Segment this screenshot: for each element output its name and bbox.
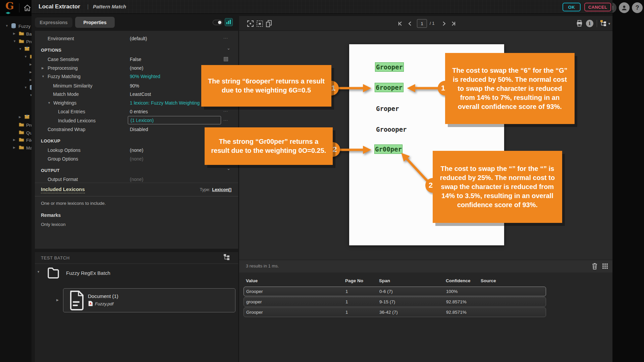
result-confidence: 92.8571% xyxy=(446,297,467,306)
tree-item[interactable]: Ba xyxy=(26,32,32,37)
tree-expander[interactable]: ▶ xyxy=(13,32,15,35)
marquee-zoom-icon[interactable] xyxy=(256,20,263,27)
result-span: 0-6 (7) xyxy=(379,287,393,296)
expander-expanded-icon[interactable]: ▼ xyxy=(48,101,51,105)
prop-label-minimum-similarity[interactable]: Minimum Similarity xyxy=(53,83,92,89)
tree-expander[interactable]: ▼ xyxy=(24,55,27,58)
toggle-switch[interactable] xyxy=(213,20,222,25)
result-row[interactable]: Grooper 1 0-6 (7) 100% xyxy=(244,287,546,296)
result-value: Grooper xyxy=(246,287,263,296)
prop-label-match-mode[interactable]: Match Mode xyxy=(53,91,79,97)
next-page-icon[interactable] xyxy=(441,21,446,26)
document-expander[interactable]: ▶ xyxy=(56,298,59,302)
fit-to-window-icon[interactable] xyxy=(247,20,254,27)
prop-label-included-lexicons[interactable]: Included Lexicons xyxy=(58,118,96,124)
prop-value-local-entries[interactable]: 0 entries xyxy=(130,109,148,115)
column-header-source[interactable]: Source xyxy=(481,278,496,283)
prop-value-case-sensitive[interactable]: False xyxy=(130,56,141,62)
prop-label-case-sensitive[interactable]: Case Sensitive xyxy=(48,56,79,62)
dialog-title-separator: | xyxy=(87,0,89,13)
help-type-link[interactable]: Lexicon[] xyxy=(212,187,231,192)
expander-collapsed-icon[interactable]: ▶ xyxy=(42,66,44,70)
included-lexicons-value-box[interactable]: (1 Lexicon) xyxy=(128,116,221,124)
toggle-knob xyxy=(218,21,221,24)
first-page-icon[interactable] xyxy=(398,21,404,26)
folder-icon xyxy=(19,145,24,149)
prop-value-constrained-wrap[interactable]: Disabled xyxy=(130,126,148,132)
batch-expander[interactable]: ▼ xyxy=(37,270,40,274)
result-row[interactable]: Grooper 1 36-42 (7) 92.8571% xyxy=(244,307,546,317)
right-background-strip xyxy=(612,0,644,362)
last-page-icon[interactable] xyxy=(450,21,456,26)
prop-label-lookup-options[interactable]: Lookup Options xyxy=(48,147,80,153)
prop-value-lookup-options[interactable]: (none) xyxy=(130,147,143,153)
prop-label-constrained-wrap[interactable]: Constrained Wrap xyxy=(48,126,86,132)
prop-label-weightings[interactable]: Weightings xyxy=(53,100,76,106)
document-title: Document (1) xyxy=(88,293,118,299)
prop-label-output-format[interactable]: Output Format xyxy=(48,176,78,182)
hierarchy-view-icon[interactable] xyxy=(223,254,230,260)
ellipsis-button[interactable]: ... xyxy=(223,108,228,113)
print-icon[interactable] xyxy=(576,19,583,27)
prop-label-preprocessing[interactable]: Preprocessing xyxy=(48,65,78,71)
info-icon[interactable]: i xyxy=(586,20,593,27)
tree-expander[interactable]: ▶ xyxy=(19,115,21,119)
ellipsis-button[interactable]: ... xyxy=(223,35,228,40)
clear-results-icon[interactable] xyxy=(591,262,598,270)
dropdown-arrow-icon[interactable]: ▼ xyxy=(608,22,611,25)
tree-expander[interactable]: ▶ xyxy=(13,146,15,149)
help-remarks-text: Only lexicon xyxy=(41,222,66,227)
ok-button[interactable]: OK xyxy=(562,3,581,11)
expander-expanded-icon[interactable]: ▼ xyxy=(42,74,45,78)
tree-expander[interactable]: ▼ xyxy=(13,40,16,43)
grooper-logo-diamond-icon: ◆ xyxy=(6,11,11,14)
batch-folder-label[interactable]: Fuzzy RegEx Batch xyxy=(66,270,110,276)
prop-value-minimum-similarity[interactable]: 90% xyxy=(130,83,139,89)
column-header-page[interactable]: Page No xyxy=(345,278,363,283)
column-header-span[interactable]: Span xyxy=(379,278,390,283)
checkbox-icon[interactable] xyxy=(224,57,228,61)
results-summary: 3 results in 1 ms. xyxy=(246,260,279,273)
previous-page-icon[interactable] xyxy=(408,21,413,26)
home-icon[interactable] xyxy=(23,4,31,12)
callout-note: The strong “Gr00per” returns a result du… xyxy=(205,127,333,165)
tree-expander[interactable]: ▼ xyxy=(24,86,27,89)
folder-icon xyxy=(19,39,24,43)
chart-view-icon[interactable] xyxy=(225,18,233,26)
chevron-down-icon[interactable]: ⌄ xyxy=(227,167,230,171)
prop-label-local-entries[interactable]: Local Entries xyxy=(58,109,85,115)
layout-options-icon[interactable] xyxy=(600,19,607,27)
tree-expander[interactable]: ▼ xyxy=(19,47,22,51)
prop-label-fuzzy-matching[interactable]: Fuzzy Matching xyxy=(48,73,80,79)
grooper-logo[interactable]: G xyxy=(5,1,14,11)
left-background-strip xyxy=(0,16,32,362)
tree-expander[interactable]: ▶ xyxy=(13,138,15,141)
prop-value-output-format[interactable]: (none) xyxy=(130,176,143,182)
prop-value-fuzzy-matching[interactable]: 90% Weighted xyxy=(130,73,160,79)
tree-item-root[interactable]: Fuzzy xyxy=(18,24,31,29)
user-avatar-icon[interactable] xyxy=(619,2,630,13)
page-number-input[interactable] xyxy=(417,19,427,28)
tab-properties[interactable]: Properties xyxy=(75,17,115,28)
chevron-down-icon[interactable]: ⌄ xyxy=(227,46,230,50)
page-total-label: / 1 xyxy=(430,19,434,28)
grid-view-icon[interactable] xyxy=(602,263,608,269)
prop-label-environment[interactable]: Environment xyxy=(48,36,74,42)
prop-value-environment[interactable]: (default) xyxy=(130,36,147,42)
column-header-value[interactable]: Value xyxy=(246,278,258,283)
column-header-confidence[interactable]: Confidence xyxy=(446,278,471,283)
help-icon[interactable]: ? xyxy=(632,2,643,13)
cancel-button[interactable]: CANCEL xyxy=(584,3,611,11)
result-row[interactable]: grooper 1 9-15 (7) 92.8571% xyxy=(244,297,546,307)
document-card[interactable] xyxy=(63,288,235,312)
tab-expressions[interactable]: Expressions xyxy=(35,17,72,27)
topbar-divider xyxy=(19,3,19,12)
prop-value-match-mode[interactable]: LeastCost xyxy=(130,91,151,97)
prop-value-preprocessing[interactable]: (none) xyxy=(130,65,143,71)
result-value: Grooper xyxy=(246,308,263,317)
prop-label-group-options[interactable]: Group Options xyxy=(48,156,78,162)
tree-expander[interactable]: ▼ xyxy=(5,24,8,27)
ellipsis-button[interactable]: ... xyxy=(223,117,228,122)
pages-view-icon[interactable] xyxy=(265,20,273,27)
prop-value-group-options[interactable]: (none) xyxy=(130,156,143,162)
